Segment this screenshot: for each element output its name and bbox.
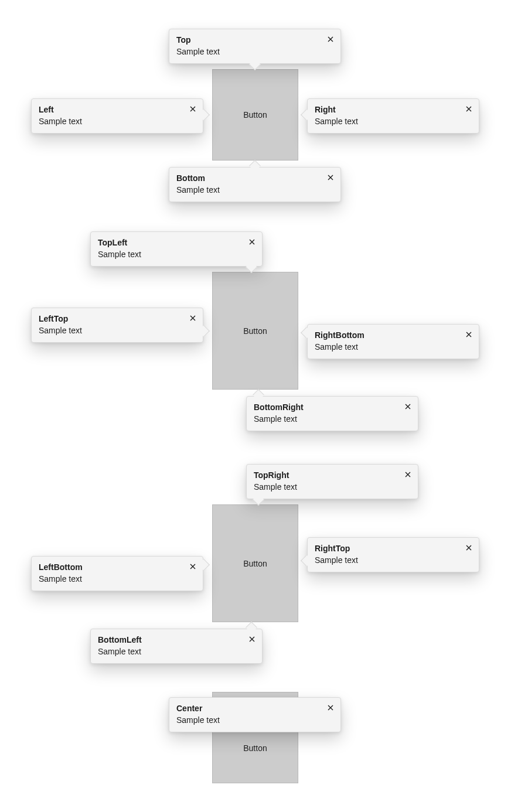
tip-right-close[interactable] [462,103,475,115]
tip-bottom-close[interactable] [324,171,337,184]
tip-left-close[interactable] [186,103,199,115]
tip-bottom-title: Bottom [176,173,318,183]
close-icon [405,404,411,410]
target-button-3-label: Button [243,559,267,568]
tip-righttop: RightTop Sample text [307,537,479,572]
tip-bottomright-close[interactable] [401,400,414,413]
close-icon [328,36,333,42]
close-icon [249,636,255,642]
tip-bottom-body: Sample text [176,185,333,195]
target-button-1-label: Button [243,110,267,120]
tip-rightbottom-body: Sample text [315,342,472,352]
tip-rightbottom-title: RightBottom [315,330,457,340]
close-icon [466,332,472,337]
tip-center-title: Center [176,703,318,714]
target-button-1[interactable]: Button [212,69,298,161]
tip-top-title: Top [176,35,318,45]
tip-topleft-body: Sample text [98,249,255,260]
tip-bottomleft: BottomLeft Sample text [90,629,263,664]
tip-bottomleft-body: Sample text [98,646,255,657]
tip-bottomright-body: Sample text [254,414,411,424]
tip-right: Right Sample text [307,98,479,134]
tip-righttop-body: Sample text [315,555,472,565]
tip-topright: TopRight Sample text [246,464,418,499]
target-button-2[interactable]: Button [212,272,298,390]
close-icon [190,106,196,112]
tip-topright-body: Sample text [254,482,411,492]
tip-leftbottom-close[interactable] [186,560,199,573]
tip-center: Center Sample text [169,697,341,732]
tip-lefttop: LeftTop Sample text [31,308,203,343]
close-icon [328,175,333,180]
tip-bottom: Bottom Sample text [169,167,341,202]
tip-leftbottom-title: LeftBottom [39,562,180,572]
tip-topright-close[interactable] [401,468,414,481]
tip-bottomright-title: BottomRight [254,402,396,412]
close-icon [466,106,472,112]
tip-lefttop-title: LeftTop [39,313,180,324]
tip-rightbottom-close[interactable] [462,328,475,341]
tip-leftbottom: LeftBottom Sample text [31,556,203,591]
close-icon [190,564,196,569]
tip-leftbottom-body: Sample text [39,574,196,584]
close-icon [328,705,333,711]
close-icon [190,315,196,321]
tip-righttop-title: RightTop [315,543,457,554]
tip-topright-title: TopRight [254,470,396,480]
tip-lefttop-body: Sample text [39,325,196,336]
tip-right-body: Sample text [315,116,472,127]
tip-righttop-close[interactable] [462,541,475,554]
close-icon [466,545,472,551]
tip-left-body: Sample text [39,116,196,127]
target-button-4-label: Button [243,743,267,753]
tip-lefttop-close[interactable] [186,312,199,325]
close-icon [405,472,411,477]
tip-bottomright: BottomRight Sample text [246,396,418,431]
tip-right-title: Right [315,104,457,115]
tip-topleft: TopLeft Sample text [90,231,263,267]
tip-topleft-title: TopLeft [98,237,240,248]
tip-left-title: Left [39,104,180,115]
tip-top-body: Sample text [176,46,333,57]
tip-bottomleft-title: BottomLeft [98,634,240,645]
stage: Button Top Sample text Left Sample text … [0,0,511,812]
tip-rightbottom: RightBottom Sample text [307,324,479,359]
tip-topleft-close[interactable] [246,236,258,248]
close-icon [249,239,255,245]
tip-top-close[interactable] [324,33,337,46]
tip-center-body: Sample text [176,715,333,725]
target-button-3[interactable]: Button [212,504,298,622]
tip-bottomleft-close[interactable] [246,633,258,646]
target-button-2-label: Button [243,326,267,336]
tip-center-close[interactable] [324,701,337,714]
tip-left: Left Sample text [31,98,203,134]
